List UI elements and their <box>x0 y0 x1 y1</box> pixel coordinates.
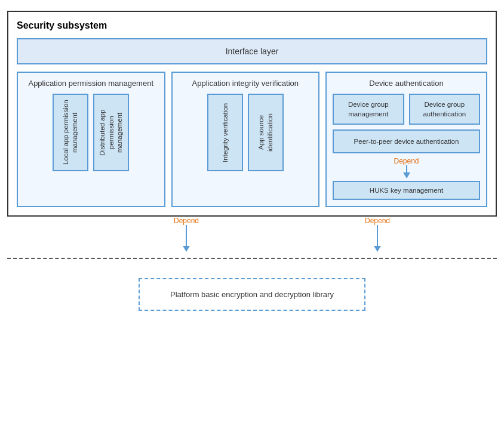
left-depend-column: Depend <box>174 217 199 252</box>
device-auth-section: Device authentication Device group manag… <box>325 72 487 207</box>
app-permission-title: Application permission management <box>24 79 158 88</box>
security-subsystem: Security subsystem Interface layer Appli… <box>7 11 497 217</box>
distributed-app-permission-box: Distributed app permission management <box>93 94 129 171</box>
device-group-management-box: Device group management <box>333 94 404 125</box>
app-permission-boxes: Local app permission management Distribu… <box>24 94 158 171</box>
app-integrity-title: Application integrity verification <box>179 79 313 88</box>
platform-box-label: Platform basic encryption and decryption… <box>170 290 334 299</box>
device-depend-label: Depend <box>394 157 419 165</box>
middle-row: Application permission management Local … <box>17 72 487 207</box>
right-arrow-head <box>374 246 381 252</box>
left-arrow-line <box>186 225 187 246</box>
device-group-authentication-label: Device group authentication <box>423 101 466 118</box>
peer-device-auth-box: Peer-to-peer device authentication <box>333 129 480 153</box>
device-group-management-label: Device group management <box>348 101 389 118</box>
huks-box: HUKS key management <box>333 181 480 200</box>
left-arrow-head <box>183 246 190 252</box>
distributed-app-permission-label: Distributed app permission management <box>98 100 125 165</box>
local-app-permission-box: Local app permission management <box>53 94 88 171</box>
bottom-arrows-row: Depend Depend <box>79 217 425 252</box>
peer-device-auth-label: Peer-to-peer device authentication <box>354 138 459 145</box>
device-top-row: Device group management Device group aut… <box>333 94 480 125</box>
app-source-identification-box: App source identification <box>248 94 284 171</box>
right-arrow-line <box>377 225 378 246</box>
app-integrity-section: Application integrity verification Integ… <box>171 72 320 207</box>
interface-layer-label: Interface layer <box>226 47 279 56</box>
interface-layer-box: Interface layer <box>17 38 487 64</box>
bottom-section: Depend Depend Platform basic encryption … <box>0 217 504 311</box>
device-group-authentication-box: Device group authentication <box>409 94 480 125</box>
dashed-line <box>7 258 497 259</box>
platform-box-wrapper: Platform basic encryption and decryption… <box>0 268 504 311</box>
right-depend-column: Depend <box>365 217 390 252</box>
integrity-verification-box: Integrity verification <box>207 94 243 171</box>
huks-label: HUKS key management <box>370 187 443 194</box>
app-source-identification-label: App source identification <box>257 100 275 165</box>
app-integrity-boxes: Integrity verification App source identi… <box>179 94 313 171</box>
platform-box: Platform basic encryption and decryption… <box>139 278 365 311</box>
app-permission-section: Application permission management Local … <box>17 72 165 207</box>
right-depend-label: Depend <box>365 217 390 225</box>
left-depend-label: Depend <box>174 217 199 225</box>
main-title: Security subsystem <box>17 20 487 31</box>
local-app-permission-label: Local app permission management <box>62 100 79 165</box>
device-arrow-head <box>403 172 410 178</box>
integrity-verification-label: Integrity verification <box>220 103 229 162</box>
device-arrow-line <box>406 165 407 172</box>
device-auth-title: Device authentication <box>333 79 480 88</box>
